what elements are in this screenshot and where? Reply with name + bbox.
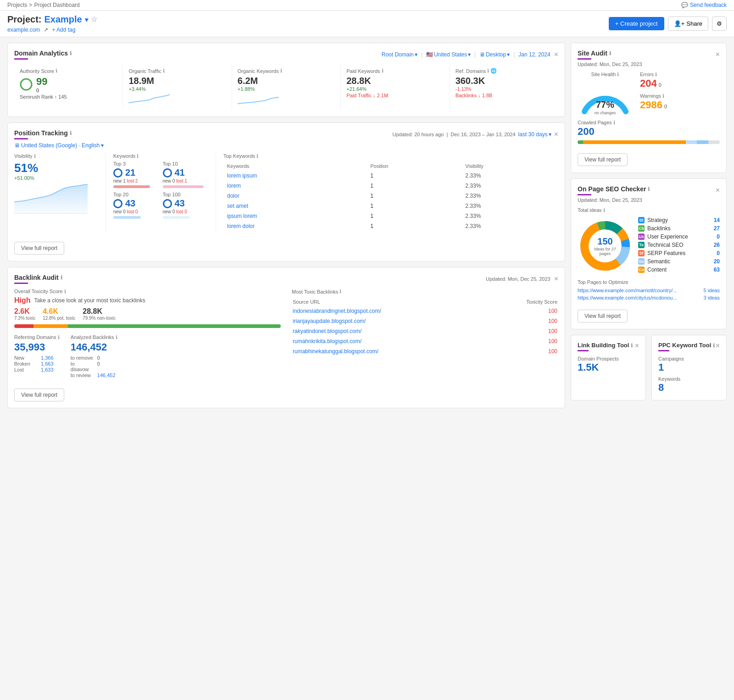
on-page-seo-info-icon[interactable]: ℹ — [648, 186, 650, 192]
strategy-dot: St — [638, 217, 645, 223]
tb3-link[interactable]: rakyatindonet.blogspot.com/ — [293, 328, 361, 334]
position-tracking-location[interactable]: 🖥 United States (Google) · English ▾ — [14, 142, 558, 149]
top-keywords-info-icon[interactable]: ℹ — [256, 153, 258, 159]
authority-info-icon[interactable]: ℹ — [56, 68, 57, 74]
on-page-seo-view-report[interactable]: View full report — [578, 310, 628, 322]
site-audit-view-report[interactable]: View full report — [578, 153, 628, 166]
kw5-link[interactable]: ipsum lorem — [227, 213, 257, 219]
project-title: Project: Example ▾ ☆ — [7, 14, 97, 25]
paid-keywords-info-icon[interactable]: ℹ — [382, 68, 384, 74]
create-project-button[interactable]: + Create project — [609, 17, 664, 30]
position-tracking-header: Position Tracking ℹ Updated: 20 hours ag… — [14, 129, 558, 139]
kw6-link[interactable]: lorem dolor — [227, 223, 255, 229]
toxic-bar-seg — [14, 324, 33, 328]
site-audit-title-bar — [578, 58, 591, 60]
on-page-seo-header: On Page SEO Checker ℹ × — [578, 185, 720, 195]
breadcrumb-projects[interactable]: Projects — [7, 2, 27, 8]
favorite-icon[interactable]: ☆ — [91, 15, 97, 24]
backlink-audit-title-bar — [14, 283, 28, 284]
tb2-link[interactable]: irianjayaupdate.blogspot.com/ — [293, 318, 366, 324]
ref-domains-info-icon[interactable]: ℹ — [487, 68, 489, 74]
position-col-header: Position — [367, 162, 462, 170]
send-feedback-button[interactable]: 💬 Send feedback — [681, 2, 727, 8]
site-audit-info-icon[interactable]: ℹ — [609, 50, 611, 56]
left-column: Domain Analytics ℹ Root Domain ▾ | 🇺🇸 Un… — [7, 43, 565, 408]
link-building-close[interactable]: × — [635, 342, 639, 350]
organic-traffic-info-icon[interactable]: ℹ — [163, 68, 165, 74]
paid-keywords-change: +21.64% — [346, 86, 444, 92]
serp-count: 0 — [717, 250, 720, 256]
on-page-seo-close[interactable]: × — [716, 186, 720, 194]
page2-url[interactable]: https://www.example.com/city/us/mcdonou.… — [578, 295, 677, 300]
backlink-audit-info-icon[interactable]: ℹ — [61, 275, 62, 281]
main-content: Domain Analytics ℹ Root Domain ▾ | 🇺🇸 Un… — [0, 37, 734, 414]
position-tracking-view-report[interactable]: View full report — [14, 242, 64, 255]
visibility-info-icon[interactable]: ℹ — [34, 153, 36, 159]
ref-domains-change: -1.13% — [456, 86, 553, 92]
ref-domains-ba-info[interactable]: ℹ — [58, 334, 60, 340]
ppc-title-block: PPC Keyword Tool ℹ — [658, 342, 715, 351]
top10-item: Top 10 41 new 0 lost 1 — [163, 161, 209, 188]
donut-value: 150 — [594, 236, 616, 247]
new-val: 1,366 — [41, 355, 54, 361]
domain-prospects-label: Domain Prospects — [578, 356, 639, 361]
source-url-header: Source URL — [293, 298, 488, 306]
position-tracking-footer: View full report — [14, 237, 558, 255]
tb5-link[interactable]: rumabhinekatunggal.blogspot.com/ — [293, 348, 378, 355]
kw3-link[interactable]: dolor — [227, 193, 239, 199]
toxicity-score-header: Toxicity Score — [489, 298, 557, 306]
errors-count: 0 — [659, 82, 662, 88]
breadcrumb-sep: > — [29, 2, 32, 8]
progress-blue — [697, 140, 708, 144]
root-domain-filter[interactable]: Root Domain ▾ — [382, 51, 417, 58]
non-toxic-number: 28.8K 79.9% non-toxic — [83, 307, 116, 321]
most-toxic-info-icon[interactable]: ℹ — [339, 289, 341, 294]
share-button[interactable]: 👤+ Share — [668, 17, 708, 31]
ppc-info-icon[interactable]: ℹ — [713, 343, 715, 348]
country-filter[interactable]: 🇺🇸 United States ▾ — [426, 51, 471, 58]
keywords-section: Keywords ℹ Top 3 21 new 1 — [106, 153, 216, 232]
errors-info-icon[interactable]: ℹ — [655, 72, 657, 77]
backlink-audit-close[interactable]: × — [554, 275, 558, 283]
project-name[interactable]: Example — [44, 14, 82, 25]
domain-analytics-title-block: Domain Analytics ℹ — [14, 50, 72, 60]
analyzed-ba-info[interactable]: ℹ — [116, 334, 117, 340]
site-audit-close[interactable]: × — [716, 50, 720, 59]
crawled-info-icon[interactable]: ℹ — [613, 120, 615, 125]
toxicity-section: Overall Toxicity Score ℹ High Take a clo… — [14, 289, 281, 378]
serp-row: Sf SERP Features 0 — [638, 250, 720, 256]
project-dropdown-icon[interactable]: ▾ — [85, 16, 88, 23]
add-tag-button[interactable]: + Add tag — [52, 27, 75, 33]
position-tracking-info-icon[interactable]: ℹ — [70, 130, 72, 136]
analyzed-backlinks-stat: Analyzed Backlinks ℹ 146,452 to remove 0 — [71, 334, 117, 378]
domain-analytics-info-icon[interactable]: ℹ — [70, 50, 72, 56]
pot-toxic-bar-seg — [33, 324, 67, 328]
organic-keywords-info-icon[interactable]: ℹ — [280, 68, 282, 74]
kw2-link[interactable]: lorem — [227, 183, 241, 189]
technical-row: Te Technical SEO 26 — [638, 242, 720, 248]
top100-circle — [163, 199, 172, 208]
kw4-link[interactable]: set amet — [227, 203, 248, 209]
tb4-link[interactable]: rumahnkrikita.blogspot.com/ — [293, 338, 361, 344]
desktop-icon: 🖥 — [479, 51, 485, 58]
tb1-link[interactable]: indonesiabrandingnet.blogspot.com/ — [293, 308, 381, 314]
toxicity-info-icon[interactable]: ℹ — [64, 289, 66, 294]
link-building-title-bar — [578, 350, 589, 351]
keywords-info-icon[interactable]: ℹ — [137, 153, 139, 159]
position-tracking-close[interactable]: × — [554, 130, 558, 139]
warnings-info-icon[interactable]: ℹ — [662, 93, 664, 99]
ppc-close[interactable]: × — [716, 342, 720, 350]
device-filter[interactable]: 🖥 Desktop ▾ — [479, 51, 510, 58]
last-days-filter[interactable]: last 30 days ▾ — [518, 131, 551, 138]
total-ideas-info-icon[interactable]: ℹ — [603, 207, 605, 213]
kw1-link[interactable]: lorem ipsum — [227, 172, 257, 179]
settings-button[interactable]: ⚙ — [712, 17, 727, 31]
link-building-title-block: Link Building Tool ℹ — [578, 342, 633, 351]
link-building-info-icon[interactable]: ℹ — [631, 343, 633, 348]
domain-analytics-close[interactable]: × — [554, 50, 558, 59]
paid-traffic-val: Paid Traffic ↓ 2.1M — [346, 93, 444, 98]
domain-link[interactable]: example.com — [7, 27, 40, 33]
health-info-icon[interactable]: ℹ — [617, 72, 619, 77]
page1-url[interactable]: https://www.example.com/marriott/country… — [578, 288, 677, 293]
backlink-audit-view-report[interactable]: View full report — [14, 389, 64, 401]
